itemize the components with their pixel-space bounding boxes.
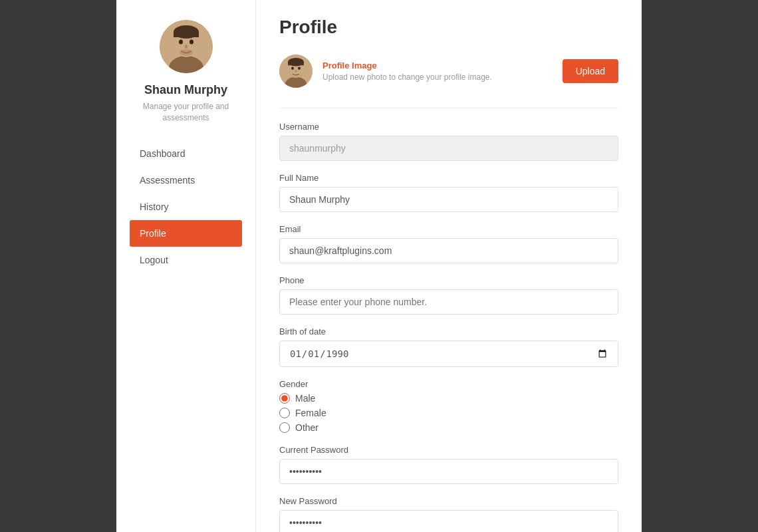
avatar-container <box>130 20 242 73</box>
username-group: Username <box>279 122 618 161</box>
svg-point-15 <box>298 66 301 69</box>
current-password-label: Current Password <box>279 445 618 455</box>
profile-image-desc: Upload new photo to change your profile … <box>322 72 563 82</box>
profile-image-text: Profile Image Upload new photo to change… <box>322 61 563 82</box>
sidebar-link-assessments[interactable]: Assessments <box>130 167 242 194</box>
phone-group: Phone <box>279 275 618 315</box>
profile-image-title: Profile Image <box>322 61 563 70</box>
sidebar-item-history[interactable]: History <box>130 194 242 220</box>
svg-rect-13 <box>288 62 304 65</box>
sidebar-item-assessments[interactable]: Assessments <box>130 167 242 194</box>
sidebar-item-logout[interactable]: Logout <box>130 247 242 273</box>
sidebar-link-history[interactable]: History <box>130 194 242 220</box>
sidebar-link-dashboard[interactable]: Dashboard <box>130 140 242 167</box>
phone-label: Phone <box>279 275 618 285</box>
gender-group: Gender Male Female Other <box>279 379 618 433</box>
gender-other-radio[interactable] <box>279 422 290 433</box>
gender-other-label: Other <box>295 422 318 433</box>
sidebar: Shaun Murphy Manage your profile and ass… <box>116 0 256 532</box>
sidebar-item-profile[interactable]: Profile <box>130 220 242 247</box>
sidebar-link-logout[interactable]: Logout <box>130 247 242 273</box>
user-subtitle: Manage your profile and assessments <box>130 101 242 124</box>
page-title: Profile <box>279 17 618 38</box>
gender-other-option[interactable]: Other <box>279 422 618 433</box>
gender-female-radio[interactable] <box>279 408 290 418</box>
sidebar-item-dashboard[interactable]: Dashboard <box>130 140 242 167</box>
profile-image-section: Profile Image Upload new photo to change… <box>279 55 618 91</box>
new-password-label: New Password <box>279 496 618 506</box>
new-password-input[interactable] <box>279 510 618 532</box>
avatar <box>160 20 213 73</box>
svg-rect-4 <box>174 32 199 37</box>
new-password-group: New Password <box>279 496 618 532</box>
svg-point-5 <box>179 40 183 45</box>
svg-point-8 <box>180 49 193 56</box>
app-container: Shaun Murphy Manage your profile and ass… <box>116 0 642 532</box>
current-password-input[interactable] <box>279 459 618 484</box>
email-input[interactable] <box>279 238 618 263</box>
dob-label: Birth of date <box>279 327 618 336</box>
gender-label: Gender <box>279 379 618 389</box>
dob-input[interactable] <box>279 340 618 367</box>
gender-female-option[interactable]: Female <box>279 408 618 418</box>
phone-input[interactable] <box>279 289 618 315</box>
email-group: Email <box>279 224 618 263</box>
sidebar-nav: Dashboard Assessments History Profile Lo… <box>130 140 242 273</box>
main-content: Profile Profile Image Upload new ph <box>256 0 642 532</box>
sidebar-link-profile[interactable]: Profile <box>130 220 242 247</box>
divider <box>279 108 618 108</box>
user-name: Shaun Murphy <box>130 83 242 97</box>
profile-thumb <box>279 55 313 88</box>
svg-point-16 <box>295 70 297 72</box>
gender-male-option[interactable]: Male <box>279 393 618 404</box>
email-label: Email <box>279 224 618 234</box>
gender-female-label: Female <box>295 408 326 418</box>
username-label: Username <box>279 122 618 132</box>
svg-point-6 <box>190 40 193 45</box>
svg-point-14 <box>291 66 294 69</box>
current-password-group: Current Password <box>279 445 618 484</box>
gender-male-radio[interactable] <box>279 393 290 404</box>
fullname-group: Full Name <box>279 173 618 212</box>
svg-point-7 <box>185 45 188 49</box>
username-input <box>279 136 618 161</box>
fullname-label: Full Name <box>279 173 618 183</box>
fullname-input[interactable] <box>279 187 618 212</box>
gender-male-label: Male <box>295 393 315 404</box>
dob-group: Birth of date <box>279 327 618 367</box>
upload-button[interactable]: Upload <box>563 59 618 83</box>
